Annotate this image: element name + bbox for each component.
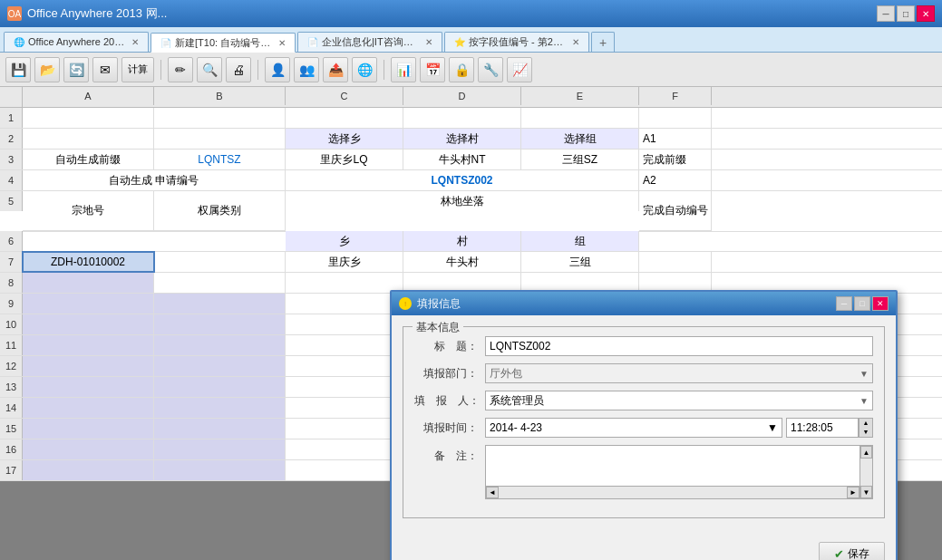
cell-a14[interactable] — [23, 398, 154, 418]
graph-button[interactable]: 📈 — [507, 57, 532, 82]
cell-b10[interactable] — [154, 314, 286, 334]
cell-c15[interactable] — [286, 419, 403, 439]
cell-c4[interactable]: LQNTSZ002 — [286, 170, 639, 190]
cell-b16[interactable] — [154, 439, 286, 459]
minimize-button[interactable]: ─ — [877, 5, 895, 22]
cell-c13[interactable] — [286, 377, 403, 397]
cell-a10[interactable] — [23, 314, 154, 334]
cell-a17[interactable] — [23, 460, 154, 480]
scroll-left-button[interactable]: ◄ — [486, 487, 499, 498]
cell-a7[interactable]: ZDH-01010002 — [23, 252, 154, 272]
users-button[interactable]: 👥 — [294, 57, 319, 82]
cell-c17[interactable] — [286, 460, 403, 480]
cell-a15[interactable] — [23, 419, 154, 439]
cell-d7[interactable]: 牛头村 — [403, 252, 521, 272]
cell-d6[interactable]: 村 — [403, 231, 521, 251]
time-input[interactable]: 11:28:05 — [786, 418, 859, 438]
cell-b3[interactable]: LQNTSZ — [154, 150, 286, 169]
tab-new-form[interactable]: 📄 新建[T10: 自动编号测试] ✕ — [151, 33, 296, 53]
cell-b8[interactable] — [154, 273, 286, 293]
cell-c1[interactable] — [286, 108, 403, 128]
cell-c2[interactable]: 选择乡 — [286, 129, 403, 149]
cell-f1[interactable] — [639, 108, 712, 128]
title-input[interactable] — [485, 336, 873, 356]
horizontal-scrollbar[interactable]: ◄ ► — [486, 486, 859, 498]
cell-b14[interactable] — [154, 398, 286, 418]
cell-c12[interactable] — [286, 356, 403, 376]
cell-c8[interactable] — [286, 273, 403, 293]
tab-close-icon[interactable]: ✕ — [425, 37, 432, 47]
save-toolbar-button[interactable]: 💾 — [5, 57, 31, 82]
cell-a13[interactable] — [23, 377, 154, 397]
open-button[interactable]: 📂 — [34, 57, 60, 82]
settings-button[interactable]: 🔧 — [478, 57, 503, 82]
edit-button[interactable]: ✏ — [168, 57, 193, 82]
tab-numbering[interactable]: ⭐ 按字段值编号 - 第2页 - ... ✕ — [444, 32, 589, 52]
reporter-select[interactable]: 系统管理员 ▼ — [485, 391, 873, 410]
cell-a12[interactable] — [23, 356, 154, 376]
cell-b15[interactable] — [154, 419, 286, 439]
cell-a16[interactable] — [23, 439, 154, 459]
cell-a4[interactable]: 自动生成 申请编号 — [23, 170, 286, 190]
cell-e1[interactable] — [521, 108, 639, 128]
dialog-close-button[interactable]: ✕ — [872, 296, 889, 311]
search-button[interactable]: 🔍 — [197, 57, 222, 82]
cell-d1[interactable] — [403, 108, 521, 128]
close-button[interactable]: ✕ — [917, 5, 935, 22]
cell-f4[interactable]: A2 — [639, 170, 712, 190]
cell-e7[interactable]: 三组 — [521, 252, 639, 272]
cell-f7[interactable] — [639, 252, 712, 272]
calendar-button[interactable]: 📅 — [420, 57, 445, 82]
cell-b12[interactable] — [154, 356, 286, 376]
dialog-minimize-button[interactable]: ─ — [836, 296, 852, 311]
date-picker[interactable]: 2014- 4-23 ▼ — [485, 418, 782, 438]
tab-close-icon[interactable]: ✕ — [572, 37, 579, 47]
scroll-down-button[interactable]: ▼ — [860, 486, 872, 498]
lock-button[interactable]: 🔒 — [449, 57, 474, 82]
cell-e3[interactable]: 三组SZ — [521, 150, 639, 169]
cell-d2[interactable]: 选择村 — [403, 129, 521, 149]
cell-c14[interactable] — [286, 398, 403, 418]
cell-f5[interactable]: 完成自动编号 — [639, 191, 712, 231]
chart-button[interactable]: 📊 — [391, 57, 416, 82]
cell-a11[interactable] — [23, 335, 154, 355]
tab-office-anywhere[interactable]: 🌐 Office Anywhere 2013 网... ✕ — [4, 32, 149, 52]
calc-button[interactable]: 计算 — [121, 57, 154, 82]
user-button[interactable]: 👤 — [265, 57, 290, 82]
cell-b11[interactable] — [154, 335, 286, 355]
tab-enterprise[interactable]: 📄 企业信息化|IT咨询顾问|信... ✕ — [297, 32, 442, 52]
cell-a9[interactable] — [23, 294, 154, 314]
mail-button[interactable]: ✉ — [92, 57, 118, 82]
dialog-maximize-button[interactable]: □ — [854, 296, 870, 311]
cell-e6[interactable]: 组 — [521, 231, 639, 251]
maximize-button[interactable]: □ — [897, 5, 915, 22]
cell-e2[interactable]: 选择组 — [521, 129, 639, 149]
cell-f2[interactable]: A1 — [639, 129, 712, 149]
tab-close-icon[interactable]: ✕ — [278, 38, 286, 48]
scroll-up-button[interactable]: ▲ — [860, 446, 872, 459]
dept-select[interactable]: 厅外包 ▼ — [485, 363, 873, 383]
cell-c16[interactable] — [286, 439, 403, 459]
scroll-right-button[interactable]: ► — [847, 487, 859, 498]
tab-close-icon[interactable]: ✕ — [131, 37, 139, 47]
cell-cde5[interactable]: 林地坐落 — [286, 191, 639, 211]
upload-button[interactable]: 📤 — [323, 57, 348, 82]
vertical-scrollbar[interactable]: ▲ ▼ — [859, 446, 872, 498]
cell-c11[interactable] — [286, 335, 403, 355]
cell-b2[interactable] — [154, 129, 286, 149]
time-spinner[interactable]: ▲ ▼ — [859, 418, 873, 438]
cell-f3[interactable]: 完成前缀 — [639, 150, 712, 169]
cell-a3[interactable]: 自动生成前缀 — [23, 150, 154, 169]
cell-d3[interactable]: 牛头村NT — [403, 150, 521, 169]
cell-c7[interactable]: 里庆乡 — [286, 252, 403, 272]
print-button[interactable]: 🖨 — [226, 57, 251, 82]
cell-b7[interactable] — [154, 252, 286, 272]
cell-c10[interactable] — [286, 314, 403, 334]
cell-c3[interactable]: 里庆乡LQ — [286, 150, 403, 169]
cell-b1[interactable] — [154, 108, 286, 128]
cell-a2[interactable] — [23, 129, 154, 149]
cell-b13[interactable] — [154, 377, 286, 397]
dialog-save-button[interactable]: ✔ 保存 — [819, 542, 885, 560]
new-tab-button[interactable]: + — [591, 32, 615, 52]
cell-b17[interactable] — [154, 460, 286, 480]
